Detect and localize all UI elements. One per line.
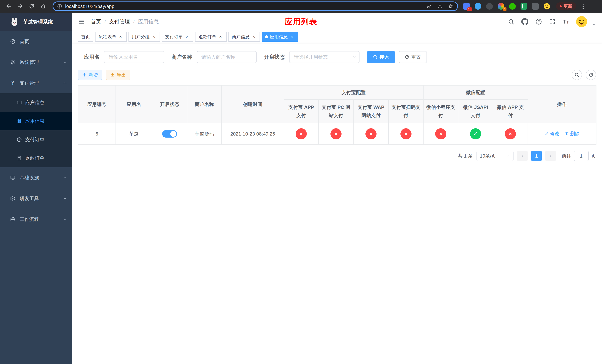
chevron-down-icon (63, 60, 67, 64)
briefcase-icon (10, 216, 16, 222)
password-key-icon[interactable] (427, 3, 432, 9)
next-page-button[interactable] (545, 151, 556, 161)
close-icon[interactable]: × (218, 34, 223, 40)
user-avatar[interactable] (576, 16, 587, 27)
goto-page-input[interactable] (574, 151, 589, 161)
page-size-select[interactable]: 10条/页 (476, 151, 514, 161)
prev-page-button[interactable] (517, 151, 527, 161)
logo-image (10, 17, 19, 27)
close-icon[interactable]: × (184, 34, 190, 40)
browser-profile-avatar[interactable] (544, 3, 550, 10)
coin-icon (17, 137, 22, 142)
browser-back-button[interactable] (4, 1, 14, 11)
status-wechat-app-icon: × (505, 128, 516, 139)
tab-merchant-info[interactable]: 商户信息× (228, 32, 260, 42)
page-unit-label: 页 (591, 153, 596, 159)
address-bar[interactable]: localhost:1024/pay/app (53, 1, 458, 11)
col-header-wechat-mini: 微信小程序支付 (423, 99, 458, 123)
col-group-wechat: 微信配置 (423, 85, 528, 99)
chevron-down-icon (63, 196, 67, 201)
page-number-1[interactable]: 1 (531, 151, 542, 161)
close-icon[interactable]: × (118, 34, 123, 40)
site-info-icon[interactable] (57, 4, 62, 9)
chevron-up-icon (63, 81, 67, 85)
extension-icon-3[interactable] (486, 3, 493, 10)
user-dropdown-caret-icon[interactable] (592, 22, 596, 27)
status-alipay-qr-icon: × (400, 128, 411, 139)
browser-reload-button[interactable] (27, 1, 37, 11)
box-icon (10, 196, 16, 201)
extension-icon-5[interactable] (509, 3, 516, 10)
github-icon[interactable] (521, 18, 528, 25)
tab-refund-orders[interactable]: 退款订单× (195, 32, 226, 42)
sidebar-item-system[interactable]: 系统管理 (0, 52, 72, 73)
sidebar: 芋道管理系统 首页 系统管理 支付管理 (0, 13, 72, 364)
bank-card-icon (17, 100, 22, 105)
browser-forward-button[interactable] (15, 1, 25, 11)
sidebar-item-merchant-info[interactable]: 商户信息 (0, 93, 72, 112)
sidebar-item-app-info[interactable]: 应用信息 (0, 112, 72, 130)
refresh-table-button[interactable] (586, 70, 596, 80)
extension-puzzle-icon[interactable] (532, 3, 539, 10)
tab-payment-orders[interactable]: 支付订单× (162, 32, 193, 42)
url-text[interactable]: localhost:1024/pay/app (65, 4, 427, 9)
merchant-name-input[interactable] (197, 51, 257, 63)
total-count: 共 1 条 (458, 153, 473, 159)
close-icon[interactable]: × (289, 34, 295, 40)
close-icon[interactable]: × (251, 34, 257, 40)
breadcrumb-home[interactable]: 首页 (91, 18, 101, 25)
extension-icon-1[interactable]: 10 (463, 3, 470, 10)
extension-icon-4[interactable]: 1 (498, 3, 504, 10)
tab-user-group[interactable]: 用户分组× (129, 32, 160, 42)
bookmark-star-icon[interactable] (448, 3, 453, 9)
fullscreen-icon[interactable] (549, 19, 555, 25)
help-icon[interactable] (535, 18, 542, 25)
sidebar-item-workflow[interactable]: 工作流程 (0, 209, 72, 230)
extensions-area: 10 1 (463, 3, 550, 10)
tab-home[interactable]: 首页 (78, 32, 93, 42)
edit-link[interactable]: 修改 (544, 130, 559, 137)
col-header-alipay-app: 支付宝 APP 支付 (284, 99, 319, 123)
page-content: 应用名 商户名称 开启状态 (72, 43, 602, 364)
toggle-search-button[interactable] (572, 70, 582, 80)
sidebar-item-home[interactable]: 首页 (0, 31, 72, 52)
reset-button[interactable]: 重置 (399, 51, 427, 63)
share-icon[interactable] (437, 3, 443, 9)
chevron-left-icon (520, 154, 525, 158)
sidebar-item-dev-tools[interactable]: 研发工具 (0, 188, 72, 209)
extension-icon-2[interactable] (475, 3, 481, 10)
sidebar-item-payment[interactable]: 支付管理 (0, 73, 72, 93)
chevron-down-icon (63, 217, 67, 221)
dashboard-icon (10, 39, 16, 44)
edit-icon (544, 131, 549, 136)
font-size-icon[interactable] (562, 18, 569, 25)
search-form: 应用名 商户名称 开启状态 (84, 51, 596, 63)
browser-update-button[interactable]: 更新 (556, 2, 576, 10)
search-icon[interactable] (508, 19, 514, 25)
plus-icon (82, 73, 87, 77)
delete-link[interactable]: 删除 (565, 130, 580, 137)
sidebar-collapse-icon[interactable] (78, 18, 85, 25)
breadcrumb-payment[interactable]: 支付管理 (109, 18, 130, 25)
col-header-wechat-app: 微信 APP 支付 (493, 99, 528, 123)
search-button[interactable]: 搜索 (367, 51, 395, 63)
app-name-input[interactable] (104, 51, 164, 63)
tab-app-info[interactable]: 应用信息× (262, 32, 298, 42)
status-select[interactable] (289, 51, 359, 63)
trash-icon (565, 131, 569, 136)
close-icon[interactable]: × (151, 34, 157, 40)
sidebar-item-refund-orders[interactable]: 退款订单 (0, 149, 72, 167)
app-logo: 芋道管理系统 (0, 13, 72, 31)
sidebar-menu: 首页 系统管理 支付管理 商户信息 (0, 31, 72, 230)
add-button[interactable]: 新增 (78, 70, 102, 80)
gear-icon (10, 59, 16, 65)
tab-process-form[interactable]: 流程表单× (95, 32, 127, 42)
sidebar-item-payment-orders[interactable]: 支付订单 (0, 130, 72, 149)
extension-icon-6[interactable] (521, 3, 527, 10)
row-status-toggle[interactable] (162, 130, 177, 138)
browser-menu-icon[interactable] (579, 3, 587, 10)
sidebar-item-infrastructure[interactable]: 基础设施 (0, 167, 72, 188)
update-dot (560, 5, 562, 7)
browser-home-button[interactable] (38, 1, 48, 11)
export-button[interactable]: 导出 (106, 70, 130, 80)
